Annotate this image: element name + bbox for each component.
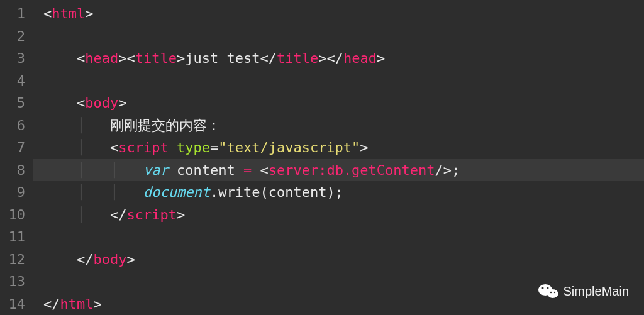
tag-name: body <box>85 95 118 111</box>
bracket: > <box>177 207 185 223</box>
svg-point-2 <box>541 287 543 289</box>
watermark-label: SimpleMain <box>564 284 629 299</box>
code-line: │ <script type="text/javascript"> <box>33 136 644 159</box>
punctuation: ; <box>452 162 460 178</box>
space <box>235 162 243 178</box>
punctuation: ) <box>326 184 335 200</box>
space <box>169 162 177 178</box>
tag-name: server:db.getContent <box>269 162 435 178</box>
bracket: > <box>318 50 326 66</box>
text-content: just test <box>185 50 260 66</box>
code-line <box>33 25 644 48</box>
line-number: 11 <box>5 226 25 248</box>
tag-name: head <box>85 50 118 66</box>
code-line <box>33 70 644 92</box>
code-line <box>33 226 644 248</box>
line-number: 2 <box>5 25 25 48</box>
bracket: > <box>377 50 385 66</box>
attr-name: type <box>177 140 210 155</box>
line-number: 5 <box>5 92 25 114</box>
svg-point-3 <box>547 287 548 289</box>
tag-name: title <box>135 50 177 66</box>
code-line: │ │ document.write(content); <box>33 181 644 204</box>
line-number: 6 <box>5 114 25 137</box>
operator: = <box>243 162 252 178</box>
line-number: 3 <box>5 47 25 70</box>
tag-name: html <box>60 296 94 312</box>
argument: content <box>269 184 327 200</box>
bracket: < <box>126 50 135 66</box>
wechat-icon <box>538 282 558 300</box>
code-line: │ 刚刚提交的内容： <box>33 114 644 137</box>
watermark: SimpleMain <box>538 282 629 300</box>
line-gutter: 1 2 3 4 5 6 7 8 9 10 11 12 13 14 <box>0 0 33 315</box>
bracket: < <box>77 50 85 66</box>
line-number: 1 <box>5 3 25 25</box>
tag-name: script <box>118 140 168 155</box>
equals: = <box>210 140 218 155</box>
svg-point-4 <box>550 292 551 293</box>
bracket: </ <box>326 50 343 66</box>
line-number: 4 <box>5 70 25 92</box>
bracket: > <box>118 95 126 111</box>
bracket: < <box>110 140 118 155</box>
code-editor: 1 2 3 4 5 6 7 8 9 10 11 12 13 14 <html> … <box>0 0 644 315</box>
code-area[interactable]: <html> <head><title>just test</title></h… <box>33 0 644 315</box>
line-number: 10 <box>5 204 25 226</box>
line-number: 9 <box>5 181 25 204</box>
code-line: <head><title>just test</title></head> <box>33 47 644 70</box>
object: document <box>143 184 210 200</box>
punctuation: . <box>210 184 218 200</box>
line-number: 12 <box>5 248 25 271</box>
bracket: / <box>435 162 443 178</box>
bracket: > <box>118 50 126 66</box>
text-content: 刚刚提交的内容： <box>110 118 221 133</box>
bracket: > <box>443 162 452 178</box>
bracket: < <box>77 95 85 111</box>
code-line: <html> <box>33 3 644 25</box>
code-line: │ </script> <box>33 204 644 226</box>
punctuation: ; <box>335 184 343 200</box>
code-line: </body> <box>33 248 644 271</box>
bracket: < <box>43 6 52 21</box>
bracket: > <box>360 140 368 155</box>
line-number: 8 <box>5 159 25 182</box>
punctuation: ( <box>260 184 268 200</box>
tag-name: html <box>52 6 85 21</box>
line-number: 14 <box>5 293 25 316</box>
tag-name: head <box>343 50 377 66</box>
code-line: <body> <box>33 92 644 114</box>
bracket: </ <box>260 50 277 66</box>
bracket: </ <box>43 296 60 312</box>
bracket: > <box>177 50 185 66</box>
space <box>252 162 260 178</box>
tag-name: body <box>93 251 126 267</box>
function: write <box>218 184 260 200</box>
bracket: > <box>93 296 101 312</box>
space <box>169 140 177 155</box>
tag-name: title <box>277 50 318 66</box>
bracket: </ <box>77 251 94 267</box>
bracket: > <box>85 6 93 21</box>
keyword: var <box>143 162 169 178</box>
attr-value: "text/javascript" <box>218 140 360 155</box>
variable: content <box>177 162 235 178</box>
bracket: < <box>260 162 268 178</box>
line-number: 7 <box>5 136 25 159</box>
svg-point-1 <box>547 289 558 298</box>
line-number: 13 <box>5 270 25 293</box>
tag-name: script <box>126 207 176 223</box>
code-line-active: │ │ var content = <server:db.getContent/… <box>33 159 644 182</box>
bracket: </ <box>110 207 127 223</box>
svg-point-5 <box>553 292 555 293</box>
bracket: > <box>126 251 135 267</box>
